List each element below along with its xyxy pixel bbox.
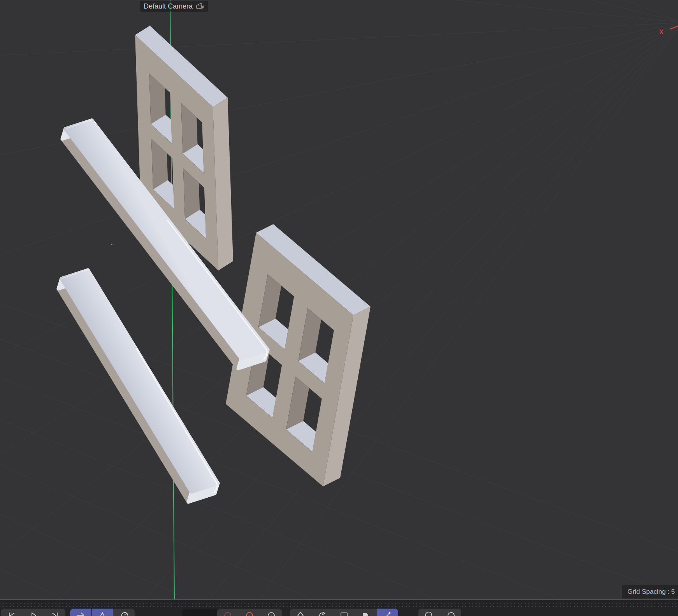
viewport-3d-scene[interactable]: X	[0, 0, 678, 616]
skip-end-button[interactable]	[44, 609, 65, 616]
toolbar-group-options[interactable]	[290, 609, 398, 616]
autokey-dull-button[interactable]	[217, 609, 238, 616]
toolbar-value-field[interactable]	[182, 609, 218, 616]
camera-label-text: Default Camera	[144, 1, 193, 12]
vertex-point[interactable]	[111, 244, 112, 245]
scene-objects[interactable]	[58, 26, 371, 502]
undo-button[interactable]	[418, 609, 439, 616]
skip-start-button[interactable]	[1, 609, 22, 616]
toolbar-group-history[interactable]	[418, 609, 461, 616]
translate-tool-button[interactable]	[92, 609, 113, 616]
x-axis-label: X	[659, 29, 664, 35]
toolbar-group-playback[interactable]	[1, 609, 65, 616]
tag-button[interactable]	[355, 609, 376, 616]
camera-icon	[195, 2, 205, 10]
toolbar-group-keying[interactable]	[217, 609, 282, 616]
bottom-toolbar[interactable]	[0, 599, 678, 616]
keyframe-button[interactable]	[261, 609, 282, 616]
rotate-cursor-button[interactable]	[312, 609, 333, 616]
viewport-3d[interactable]: X Default Camera Grid Spacing : 5	[0, 0, 678, 616]
plank-lower-side-face[interactable]	[58, 279, 191, 502]
toolbar-group-transform[interactable]	[70, 609, 135, 616]
move-tool-button[interactable]	[70, 609, 91, 616]
grid-spacing-label: Grid Spacing : 5	[622, 585, 678, 598]
toolbar-drag-handle[interactable]	[0, 602, 678, 607]
link-key-button[interactable]	[377, 609, 398, 616]
record-button[interactable]	[239, 609, 260, 616]
grid-spacing-text: Grid Spacing : 5	[627, 588, 675, 595]
play-button[interactable]	[23, 609, 44, 616]
frame-rect-button[interactable]	[334, 609, 355, 616]
camera-label[interactable]: Default Camera	[140, 1, 208, 12]
diamond-key-button[interactable]	[290, 609, 311, 616]
rotate-tool-button[interactable]	[114, 609, 135, 616]
redo-button[interactable]	[440, 609, 461, 616]
